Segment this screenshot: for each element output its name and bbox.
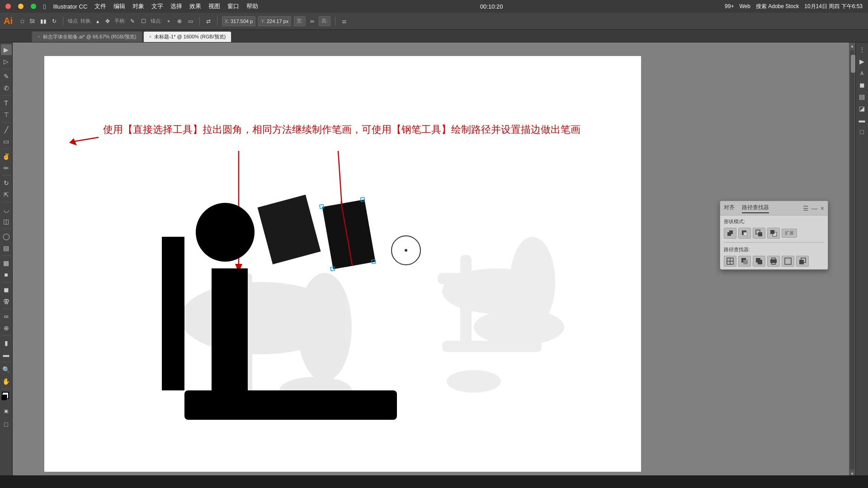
minimize-dot[interactable] xyxy=(18,4,24,9)
notification-count[interactable]: 99+ xyxy=(725,3,734,9)
close-dot[interactable] xyxy=(5,4,11,9)
right-panel-btn1[interactable]: ⋮ xyxy=(857,44,868,55)
vertical-scrollbar[interactable]: ▲ ▼ xyxy=(849,42,855,475)
canvas-area[interactable]: 使用【直接选择工具】拉出圆角，相同方法继续制作笔画，可使用【钢笔工具】绘制路径并… xyxy=(13,42,855,475)
mesh-tool[interactable]: ■ xyxy=(1,269,12,280)
intersect-btn[interactable] xyxy=(753,228,765,239)
toolbar-icon3[interactable]: ▮▮ xyxy=(38,17,48,25)
right-panel-btn6[interactable]: ◪ xyxy=(857,103,868,114)
eyedropper-tool[interactable]: ⚢ xyxy=(1,296,12,307)
crop-btn[interactable] xyxy=(767,256,780,267)
right-panel-btn8[interactable]: □ xyxy=(857,127,868,137)
outline-btn[interactable] xyxy=(782,256,794,267)
tab-2-close[interactable]: × xyxy=(149,34,152,39)
pencil-tool2[interactable]: ✏ xyxy=(1,163,12,174)
scale-tool[interactable]: ⇱ xyxy=(1,189,12,200)
right-panel-btn3[interactable]: A xyxy=(857,68,868,79)
workspace-selector[interactable]: Web xyxy=(739,3,750,9)
stroke-swatch[interactable] xyxy=(1,394,7,401)
menu-text[interactable]: 文字 xyxy=(151,2,163,10)
divide-btn[interactable] xyxy=(724,256,736,267)
tool-sep7 xyxy=(2,229,11,229)
perspective-tool[interactable]: ▦ xyxy=(1,258,12,268)
pen-tool[interactable]: ✎ xyxy=(1,71,12,82)
menu-select[interactable]: 选择 xyxy=(170,2,182,10)
trim-btn[interactable] xyxy=(738,256,751,267)
toolbar-icon2[interactable]: St xyxy=(28,17,36,25)
direct-selection-tool[interactable]: ▷ xyxy=(1,56,12,67)
merge-btn[interactable] xyxy=(753,256,765,267)
gradient-mode-btn[interactable]: ▣ xyxy=(1,405,12,416)
curvature-tool[interactable]: ✆ xyxy=(1,83,12,94)
draw-inside-btn[interactable]: □ xyxy=(1,419,12,430)
minus-front-btn[interactable] xyxy=(738,228,751,239)
tab-1-close[interactable]: × xyxy=(38,34,40,39)
scroll-up-arrow[interactable]: ▲ xyxy=(849,42,855,49)
scroll-thumb[interactable] xyxy=(851,55,855,73)
align-btn[interactable]: ⚌ xyxy=(340,17,349,25)
w-label: 宽: xyxy=(297,18,303,24)
panel-close-btn[interactable]: × xyxy=(821,205,824,212)
live-paint-tool[interactable]: ▤ xyxy=(1,243,12,253)
right-panel-btn2[interactable]: ▶ xyxy=(857,56,868,67)
menu-view[interactable]: 视图 xyxy=(208,2,220,10)
gradient-tool[interactable]: ◼ xyxy=(1,284,12,295)
free-transform-tool[interactable]: ◫ xyxy=(1,216,12,227)
menu-window[interactable]: 窗口 xyxy=(227,2,239,10)
expand-btn[interactable]: 扩展 xyxy=(782,229,797,238)
right-panel-btn5[interactable]: ▤ xyxy=(857,91,868,102)
convert-btn1[interactable]: ▴ xyxy=(94,17,101,25)
rectangle-tool[interactable]: ▭ xyxy=(1,136,12,147)
exclude-btn[interactable] xyxy=(767,228,780,239)
warp-tool[interactable]: ◡ xyxy=(1,204,12,215)
anchor2-btn3[interactable]: ▭ xyxy=(186,17,195,25)
anchor2-btn1[interactable]: ⚬ xyxy=(165,17,173,25)
hand-tool2[interactable]: ✋ xyxy=(1,376,12,387)
search-adobe[interactable]: 搜索 Adobe Stock xyxy=(756,3,799,10)
menu-file[interactable]: 文件 xyxy=(94,2,106,10)
menu-effects[interactable]: 效果 xyxy=(189,2,201,10)
line-tool[interactable]: ╱ xyxy=(1,124,12,135)
toolbar-sep1 xyxy=(63,17,63,26)
w-field[interactable]: 宽: xyxy=(294,16,306,26)
hand-btn1[interactable]: ✎ xyxy=(128,17,137,25)
app-name: Illustrator CC xyxy=(53,3,87,10)
panel-menu-btn[interactable]: ☰ xyxy=(803,205,809,212)
toolbar-icon1[interactable]: □ xyxy=(19,17,26,25)
convert-btn2[interactable]: ✥ xyxy=(104,17,112,25)
zoom-tool[interactable]: 🔍 xyxy=(1,364,12,375)
tab-1[interactable]: × 标志字体全能备.ai* @ 66.67% (RGB/预览) xyxy=(32,31,142,42)
anchor2-btn2[interactable]: ⊕ xyxy=(175,17,184,25)
type-tool[interactable]: T xyxy=(1,98,12,108)
selection-tool[interactable]: ▶ xyxy=(1,44,12,55)
touch-type-tool[interactable]: ⊤ xyxy=(1,109,12,120)
panel-tab-align[interactable]: 对齐 xyxy=(724,203,735,213)
symbol-tool[interactable]: ⊕ xyxy=(1,323,12,333)
toolbar-icon4[interactable]: ↻ xyxy=(50,17,58,25)
shape-builder-tool[interactable]: ◯ xyxy=(1,231,12,242)
panel-header-tabs: 对齐 路径查找器 xyxy=(724,203,769,213)
hard-mix-btn[interactable] xyxy=(796,256,809,267)
transform-btn[interactable]: ⇄ xyxy=(204,17,212,25)
hand-btn2[interactable]: ☐ xyxy=(139,17,148,25)
blend-tool[interactable]: ∞ xyxy=(1,311,12,322)
scroll-down-arrow[interactable]: ▼ xyxy=(849,470,855,475)
rotate-tool[interactable]: ↻ xyxy=(1,178,12,188)
menu-help[interactable]: 帮助 xyxy=(246,2,258,10)
panel-tab-pathfinder[interactable]: 路径查找器 xyxy=(742,203,769,213)
unite-btn[interactable] xyxy=(724,228,736,239)
menu-edit[interactable]: 编辑 xyxy=(113,2,125,10)
link-btn[interactable]: ∞ xyxy=(308,17,316,25)
paintbrush-tool[interactable]: ✌ xyxy=(1,151,12,162)
maximize-dot[interactable] xyxy=(31,4,36,9)
x-field[interactable]: X: 317.504 p xyxy=(222,16,255,26)
chart-tool[interactable]: ▮ xyxy=(1,338,12,348)
right-panel-btn7[interactable]: ▬ xyxy=(857,115,868,126)
y-field[interactable]: Y: 224.17 px xyxy=(258,16,291,26)
menu-object[interactable]: 对象 xyxy=(132,2,144,10)
tab-2[interactable]: × 未标题-1* @ 1600% (RGB/预览) xyxy=(143,31,232,42)
right-panel-btn4[interactable]: ◼ xyxy=(857,80,868,90)
scatter-tool[interactable]: ▬ xyxy=(1,349,12,360)
panel-minimize-btn[interactable]: — xyxy=(811,205,818,212)
h-field[interactable]: 高: xyxy=(319,16,330,26)
